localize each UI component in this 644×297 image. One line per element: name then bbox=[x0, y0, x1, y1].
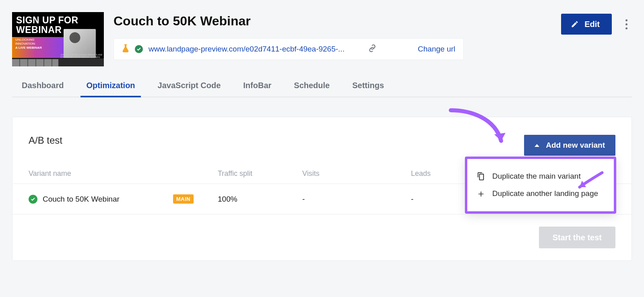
more-menu-button[interactable] bbox=[621, 16, 632, 32]
page-header: SIGN UP FOR WEBINAR UNLOCKING INNOVATION… bbox=[0, 0, 644, 66]
edit-button-label: Edit bbox=[584, 20, 600, 29]
thumbnail-caption: JOIN US FOR EXCLUSIVE INSIGHTS AND STRAT… bbox=[60, 54, 104, 58]
copy-icon bbox=[476, 172, 485, 181]
visits-cell: - bbox=[302, 195, 411, 204]
variant-name-text: Couch to 50K Webinar bbox=[43, 195, 120, 204]
add-variant-button[interactable]: Add new variant bbox=[524, 135, 615, 156]
tab-infobar[interactable]: InfoBar bbox=[243, 81, 271, 97]
page-thumbnail[interactable]: SIGN UP FOR WEBINAR UNLOCKING INNOVATION… bbox=[12, 12, 104, 66]
link-icon[interactable] bbox=[368, 44, 377, 54]
caret-up-icon bbox=[535, 144, 539, 147]
page-title: Couch to 50K Webinar bbox=[114, 14, 551, 29]
header-main: Couch to 50K Webinar www.landpage-previe… bbox=[114, 12, 551, 60]
thumbnail-subhead: UNLOCKING INNOVATION: A LIVE WEBINAR bbox=[15, 38, 42, 50]
url-bar: www.landpage-preview.com/e02d7411-ecbf-4… bbox=[114, 38, 464, 60]
status-check-icon bbox=[135, 45, 143, 53]
tab-settings[interactable]: Settings bbox=[352, 81, 384, 97]
tab-schedule[interactable]: Schedule bbox=[294, 81, 330, 97]
header-actions: Edit bbox=[561, 12, 632, 35]
variant-cell: Couch to 50K Webinar MAIN bbox=[29, 194, 218, 204]
tab-optimization[interactable]: Optimization bbox=[86, 81, 135, 97]
main-badge: MAIN bbox=[173, 194, 194, 204]
status-check-icon bbox=[29, 195, 37, 204]
tab-dashboard[interactable]: Dashboard bbox=[22, 81, 64, 97]
thumbnail-filmstrip bbox=[12, 59, 58, 66]
annotation-arrow-icon bbox=[574, 170, 606, 194]
col-split: Traffic split bbox=[218, 169, 302, 178]
tabs: Dashboard Optimization JavaScript Code I… bbox=[12, 81, 632, 97]
flask-icon bbox=[122, 44, 129, 54]
duplicate-main-label: Duplicate the main variant bbox=[492, 172, 581, 181]
add-variant-label: Add new variant bbox=[546, 141, 605, 150]
ab-test-card: A/B test Add new variant Duplicate the m… bbox=[12, 117, 632, 261]
change-url-link[interactable]: Change url bbox=[418, 45, 455, 54]
split-cell: 100% bbox=[218, 195, 302, 204]
card-title: A/B test bbox=[29, 135, 62, 146]
pencil-icon bbox=[571, 20, 579, 28]
col-variant: Variant name bbox=[29, 169, 218, 178]
annotation-arrow-icon bbox=[447, 106, 511, 155]
plus-icon: ＋ bbox=[476, 189, 485, 198]
start-test-button[interactable]: Start the test bbox=[539, 227, 615, 248]
tab-javascript[interactable]: JavaScript Code bbox=[158, 81, 221, 97]
preview-url-link[interactable]: www.landpage-preview.com/e02d7411-ecbf-4… bbox=[149, 45, 345, 54]
edit-button[interactable]: Edit bbox=[561, 14, 612, 35]
col-visits: Visits bbox=[302, 169, 411, 178]
